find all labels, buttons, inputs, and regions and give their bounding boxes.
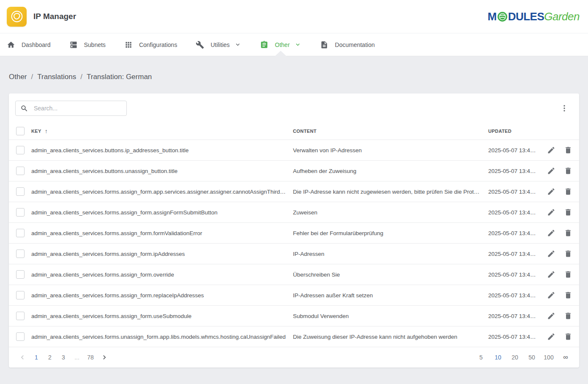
delete-button[interactable]	[561, 225, 576, 241]
delete-button[interactable]	[561, 267, 576, 282]
pagination-bar: 1 2 3 ... 78 5 10 20 50 100 ∞	[9, 347, 579, 368]
trash-icon	[564, 312, 572, 320]
column-label: KEY	[31, 129, 41, 134]
app-title: IP Manager	[33, 12, 76, 21]
brand-prefix: M	[487, 10, 496, 23]
page-number-1[interactable]: 1	[30, 354, 43, 361]
edit-button[interactable]	[544, 225, 559, 241]
edit-icon	[547, 312, 555, 320]
cell-updated: 2025-05-07 13:41:28	[488, 189, 544, 195]
row-checkbox[interactable]	[16, 312, 25, 320]
page-size-all[interactable]: ∞	[557, 354, 574, 361]
edit-icon	[547, 187, 555, 196]
page-size-5[interactable]: 5	[473, 354, 490, 361]
page-number-78[interactable]: 78	[84, 354, 97, 361]
select-all-checkbox[interactable]	[16, 127, 25, 135]
sort-asc-icon: ↑	[45, 128, 48, 134]
page-size-20[interactable]: 20	[506, 354, 523, 361]
nav-dashboard[interactable]: Dashboard	[7, 33, 51, 56]
column-header-key[interactable]: KEY ↑	[31, 128, 293, 134]
edit-icon	[547, 270, 555, 279]
edit-button[interactable]	[544, 184, 559, 199]
cell-updated: 2025-05-07 13:41:56	[488, 230, 544, 236]
delete-button[interactable]	[561, 329, 576, 344]
table-row: admin_area.clients_services.buttons.ip_a…	[9, 140, 579, 161]
edit-icon	[547, 229, 555, 237]
delete-button[interactable]	[561, 205, 576, 220]
nav-subnets[interactable]: Subnets	[69, 33, 106, 56]
edit-icon	[547, 146, 555, 154]
row-checkbox[interactable]	[16, 291, 25, 299]
cell-key: admin_area.clients_services.forms.assign…	[31, 292, 293, 299]
nav-utilities[interactable]: Utilities	[196, 33, 241, 56]
modulesgarden-logo: M DULES Garden	[487, 10, 581, 23]
row-checkbox[interactable]	[16, 332, 25, 341]
search-input[interactable]	[33, 104, 122, 112]
page-size-50[interactable]: 50	[523, 354, 540, 361]
column-header-content[interactable]: CONTENT	[293, 129, 488, 134]
app-logo	[7, 7, 27, 27]
chevron-right-icon	[100, 353, 109, 362]
cell-key: admin_area.clients_services.forms.assign…	[31, 209, 293, 216]
prev-page-button[interactable]	[15, 350, 30, 365]
page-number-3[interactable]: 3	[57, 354, 70, 361]
breadcrumb-separator: /	[80, 73, 82, 81]
cell-key: admin_area.clients_services.forms.assign…	[31, 251, 293, 257]
nav-label: Other	[275, 41, 290, 48]
row-checkbox[interactable]	[16, 187, 25, 196]
edit-button[interactable]	[544, 246, 559, 261]
edit-button[interactable]	[544, 205, 559, 220]
cell-updated: 2025-05-07 13:42:34	[488, 272, 544, 278]
page-number-2[interactable]: 2	[43, 354, 57, 361]
page-size-100[interactable]: 100	[540, 354, 557, 361]
delete-button[interactable]	[561, 246, 576, 261]
nav-label: Utilities	[211, 41, 230, 48]
cell-key: admin_area.clients_services.forms.assign…	[31, 230, 293, 236]
trash-icon	[564, 146, 572, 154]
breadcrumb-separator: /	[31, 73, 33, 81]
cell-content: IP-Adressen	[293, 251, 488, 257]
search-box	[15, 101, 127, 116]
cell-content: Submodul Verwenden	[293, 313, 488, 319]
breadcrumb-item-translations[interactable]: Translations	[37, 73, 76, 81]
nav-label: Configurations	[139, 41, 177, 48]
row-checkbox[interactable]	[16, 270, 25, 279]
edit-button[interactable]	[544, 143, 559, 158]
column-header-updated[interactable]: UPDATED	[488, 129, 544, 134]
table-toolbar	[9, 93, 579, 123]
delete-button[interactable]	[561, 308, 576, 324]
edit-button[interactable]	[544, 163, 559, 178]
page-size-10[interactable]: 10	[490, 354, 506, 361]
edit-button[interactable]	[544, 288, 559, 303]
table-row: admin_area.clients_services.forms.assign…	[9, 306, 579, 326]
brand-middle: DULES	[508, 10, 544, 23]
nav-configurations[interactable]: Configurations	[124, 33, 177, 56]
breadcrumb-item-other[interactable]: Other	[9, 73, 27, 81]
row-checkbox[interactable]	[16, 208, 25, 217]
home-icon	[7, 41, 15, 49]
cell-updated: 2025-05-07 13:42:23	[488, 251, 544, 257]
brand-suffix: Garden	[544, 10, 580, 23]
edit-button[interactable]	[544, 329, 559, 344]
delete-button[interactable]	[561, 163, 576, 178]
row-checkbox[interactable]	[16, 229, 25, 237]
chevron-down-icon	[234, 41, 241, 48]
nav-documentation[interactable]: Documentation	[320, 33, 375, 56]
nav-other[interactable]: Other	[260, 33, 301, 56]
page-size-selector: 5 10 20 50 100 ∞	[473, 354, 574, 361]
chevron-left-icon	[18, 353, 27, 362]
trash-icon	[564, 208, 572, 217]
delete-button[interactable]	[561, 143, 576, 158]
row-checkbox[interactable]	[16, 167, 25, 175]
delete-button[interactable]	[561, 184, 576, 199]
delete-button[interactable]	[561, 288, 576, 303]
row-checkbox[interactable]	[16, 146, 25, 154]
next-page-button[interactable]	[97, 350, 112, 365]
cell-key: admin_area.clients_services.forms.assign…	[31, 189, 293, 195]
edit-button[interactable]	[544, 267, 559, 282]
more-options-button[interactable]	[558, 102, 570, 114]
trash-icon	[564, 167, 572, 175]
row-checkbox[interactable]	[16, 250, 25, 258]
edit-button[interactable]	[544, 308, 559, 324]
cell-updated: 2025-05-07 13:41:46	[488, 209, 544, 216]
